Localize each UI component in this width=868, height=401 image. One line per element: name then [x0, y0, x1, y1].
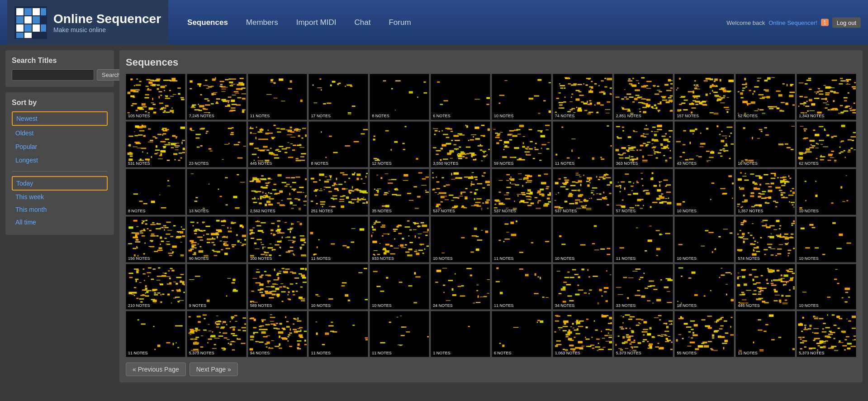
sequence-cell[interactable]: 574 NOTES — [735, 216, 795, 263]
nav-sequences[interactable]: Sequences — [179, 14, 236, 31]
mail-badge[interactable]: 1 — [821, 19, 829, 26]
sequence-cell[interactable]: 445 NOTES — [248, 121, 308, 167]
sequence-cell[interactable]: 11 NOTES — [248, 74, 308, 120]
sequence-note-count: 94 NOTES — [249, 350, 306, 356]
search-input[interactable] — [12, 69, 94, 81]
sequence-cell[interactable]: 7,245 NOTES — [187, 74, 247, 120]
sequence-cell[interactable]: 105 NOTES — [126, 74, 185, 120]
nav-members[interactable]: Members — [238, 14, 286, 31]
sequence-cell[interactable]: 13 NOTES — [187, 169, 247, 215]
sequence-cell[interactable]: 11 NOTES — [492, 216, 551, 263]
sort-newest[interactable]: Newest — [12, 111, 108, 126]
next-page-button[interactable]: Next Page » — [190, 363, 238, 376]
sequence-cell[interactable]: 52 NOTES — [735, 74, 795, 120]
sequence-cell[interactable]: 10 NOTES — [370, 264, 429, 310]
sequence-cell[interactable]: 2,851 NOTES — [614, 74, 674, 120]
sequence-cell[interactable]: 8 NOTES — [126, 169, 185, 215]
prev-page-button[interactable]: « Previous Page — [126, 363, 186, 376]
sequence-cell[interactable]: 18 NOTES — [674, 264, 734, 310]
sequence-cell[interactable]: 11 NOTES — [614, 216, 674, 263]
sequence-cell[interactable]: 1,063 NOTES — [553, 311, 612, 357]
sequence-cell[interactable]: 11 NOTES — [126, 311, 185, 357]
sequence-cell[interactable]: 2,562 NOTES — [248, 169, 308, 215]
sequence-cell[interactable]: 10 NOTES — [797, 169, 856, 215]
sequence-cell[interactable]: 251 NOTES — [308, 169, 368, 215]
sequence-cell[interactable]: 1 NOTES — [431, 311, 490, 357]
sequence-cell[interactable]: 11 NOTES — [370, 311, 429, 357]
sequence-note-count: 445 NOTES — [249, 161, 306, 166]
sequence-cell[interactable]: 5,373 NOTES — [614, 311, 674, 357]
sequence-note-count: 537 NOTES — [554, 208, 611, 214]
sequence-cell[interactable]: 57 NOTES — [614, 169, 674, 215]
sequence-cell[interactable]: 1,357 NOTES — [735, 169, 795, 215]
sequence-cell[interactable]: 62 NOTES — [797, 121, 856, 167]
sequence-cell[interactable]: 5,373 NOTES — [797, 311, 856, 357]
sequence-cell[interactable]: 33 NOTES — [614, 264, 674, 310]
sequence-cell[interactable]: 10 NOTES — [674, 169, 734, 215]
sequence-cell[interactable]: 43 NOTES — [674, 121, 734, 167]
sequence-cell[interactable]: 3,550 NOTES — [431, 121, 490, 167]
sequence-cell[interactable]: 35 NOTES — [370, 169, 429, 215]
sequence-cell[interactable]: 55 NOTES — [674, 311, 734, 357]
sequence-cell[interactable]: 537 NOTES — [553, 169, 612, 215]
sequence-cell[interactable]: 10 NOTES — [797, 264, 856, 310]
sequence-cell[interactable]: 933 NOTES — [370, 216, 429, 263]
sequence-cell[interactable]: 8 NOTES — [308, 121, 368, 167]
sequence-cell[interactable]: 59 NOTES — [492, 121, 551, 167]
sequence-preview — [797, 169, 856, 215]
sort-longest[interactable]: Longest — [12, 154, 108, 167]
sequence-cell[interactable]: 10 NOTES — [431, 216, 490, 263]
sequence-cell[interactable]: 10 NOTES — [308, 264, 368, 310]
sequence-cell[interactable]: 11 NOTES — [308, 216, 368, 263]
sequence-note-count: 52 NOTES — [737, 113, 794, 119]
sequence-cell[interactable]: 10 NOTES — [674, 216, 734, 263]
sequence-cell[interactable]: 90 NOTES — [187, 216, 247, 263]
sequence-cell[interactable]: 74 NOTES — [553, 74, 612, 120]
sequence-cell[interactable]: 156 NOTES — [126, 216, 185, 263]
sequence-cell[interactable]: 17 NOTES — [308, 74, 368, 120]
sequence-cell[interactable]: 10 NOTES — [797, 216, 856, 263]
sequence-cell[interactable]: 16 NOTES — [735, 121, 795, 167]
sort-oldest[interactable]: Oldest — [12, 127, 108, 139]
sequence-cell[interactable]: 5,373 NOTES — [187, 311, 247, 357]
sequence-cell[interactable]: 210 NOTES — [126, 264, 185, 310]
time-alltime[interactable]: All time — [12, 216, 108, 229]
sequence-cell[interactable]: 446 NOTES — [735, 264, 795, 310]
sequence-cell[interactable]: 11 NOTES — [735, 311, 795, 357]
sequence-cell[interactable]: 9 NOTES — [187, 264, 247, 310]
sequence-note-count: 5,373 NOTES — [188, 350, 245, 356]
sequence-cell[interactable]: 11 NOTES — [553, 121, 612, 167]
time-today[interactable]: Today — [12, 176, 108, 191]
sequence-cell[interactable]: 11 NOTES — [492, 264, 551, 310]
sequence-cell[interactable]: 531 NOTES — [126, 121, 185, 167]
sequence-cell[interactable]: 8 NOTES — [370, 74, 429, 120]
username-link[interactable]: Online Sequencer! — [768, 19, 817, 26]
sequence-cell[interactable]: 94 NOTES — [248, 311, 308, 357]
svg-rect-8 — [16, 24, 24, 32]
sequence-cell[interactable]: 10 NOTES — [553, 216, 612, 263]
sequence-cell[interactable]: 537 NOTES — [431, 169, 490, 215]
content-title: Sequences — [126, 57, 856, 68]
sequence-cell[interactable]: 11 NOTES — [308, 311, 368, 357]
sequence-cell[interactable]: 1,343 NOTES — [797, 74, 856, 120]
sequence-cell[interactable]: 24 NOTES — [431, 264, 490, 310]
sort-popular[interactable]: Popular — [12, 140, 108, 153]
time-week[interactable]: This week — [12, 191, 108, 203]
sequence-cell[interactable]: 6 NOTES — [492, 311, 551, 357]
logout-button[interactable]: Log out — [832, 17, 861, 28]
sequence-cell[interactable]: 34 NOTES — [553, 264, 612, 310]
sequence-cell[interactable]: 589 NOTES — [248, 264, 308, 310]
sequence-cell[interactable]: 10 NOTES — [492, 74, 551, 120]
nav-import-midi[interactable]: Import MIDI — [288, 14, 345, 31]
sequence-cell[interactable]: 6 NOTES — [431, 74, 490, 120]
sequence-cell[interactable]: 100 NOTES — [248, 216, 308, 263]
sequence-cell[interactable]: 537 NOTES — [492, 169, 551, 215]
sequence-cell[interactable]: 23 NOTES — [187, 121, 247, 167]
sequence-cell[interactable]: 363 NOTES — [614, 121, 674, 167]
nav-forum[interactable]: Forum — [380, 14, 419, 31]
sequence-cell[interactable]: 157 NOTES — [674, 74, 734, 120]
sequence-cell[interactable]: 12 NOTES — [370, 121, 429, 167]
nav-chat[interactable]: Chat — [346, 14, 379, 31]
sequence-note-count: 8 NOTES — [310, 161, 367, 166]
time-month[interactable]: This month — [12, 203, 108, 216]
